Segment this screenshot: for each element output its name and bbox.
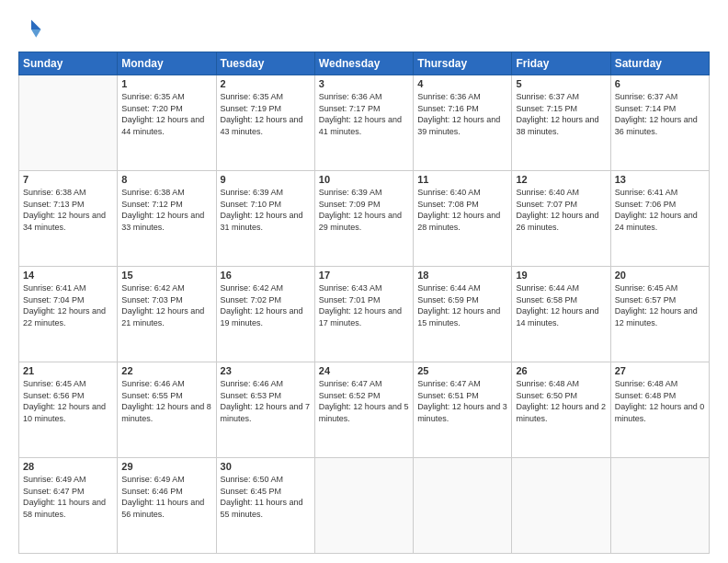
day-number: 13 — [615, 174, 705, 185]
day-number: 15 — [121, 270, 211, 281]
svg-marker-1 — [31, 29, 41, 38]
day-number: 8 — [121, 174, 211, 185]
day-header-monday: Monday — [118, 52, 216, 75]
day-header-thursday: Thursday — [414, 52, 512, 75]
cell-info: Sunrise: 6:41 AMSunset: 7:04 PMDaylight:… — [23, 282, 113, 328]
day-number: 17 — [319, 270, 409, 281]
day-header-tuesday: Tuesday — [216, 52, 314, 75]
header — [18, 17, 710, 42]
cell-info: Sunrise: 6:40 AMSunset: 7:07 PMDaylight:… — [516, 187, 606, 233]
cell-info: Sunrise: 6:47 AMSunset: 6:51 PMDaylight:… — [417, 378, 507, 424]
day-number: 11 — [417, 174, 507, 185]
calendar-week-4: 21Sunrise: 6:45 AMSunset: 6:56 PMDayligh… — [19, 362, 710, 458]
calendar-cell: 18Sunrise: 6:44 AMSunset: 6:59 PMDayligh… — [414, 267, 512, 362]
calendar-cell — [314, 458, 413, 554]
calendar-cell: 29Sunrise: 6:49 AMSunset: 6:46 PMDayligh… — [118, 458, 216, 554]
day-number: 19 — [516, 270, 606, 281]
calendar-cell: 9Sunrise: 6:39 AMSunset: 7:10 PMDaylight… — [216, 171, 314, 267]
calendar-cell: 16Sunrise: 6:42 AMSunset: 7:02 PMDayligh… — [216, 267, 314, 362]
calendar-cell: 20Sunrise: 6:45 AMSunset: 6:57 PMDayligh… — [610, 267, 709, 362]
calendar-cell: 15Sunrise: 6:42 AMSunset: 7:03 PMDayligh… — [118, 267, 216, 362]
day-header-sunday: Sunday — [19, 52, 118, 75]
calendar-cell: 21Sunrise: 6:45 AMSunset: 6:56 PMDayligh… — [19, 362, 118, 458]
cell-info: Sunrise: 6:37 AMSunset: 7:15 PMDaylight:… — [516, 91, 606, 137]
day-number: 28 — [23, 461, 113, 472]
day-number: 3 — [319, 78, 409, 89]
calendar-cell: 8Sunrise: 6:38 AMSunset: 7:12 PMDaylight… — [118, 171, 216, 267]
cell-info: Sunrise: 6:41 AMSunset: 7:06 PMDaylight:… — [615, 187, 705, 233]
day-number: 27 — [615, 365, 705, 376]
cell-info: Sunrise: 6:47 AMSunset: 6:52 PMDaylight:… — [319, 378, 409, 424]
cell-info: Sunrise: 6:40 AMSunset: 7:08 PMDaylight:… — [417, 187, 507, 233]
day-number: 12 — [516, 174, 606, 185]
calendar-week-1: 1Sunrise: 6:35 AMSunset: 7:20 PMDaylight… — [19, 75, 710, 171]
calendar-cell: 10Sunrise: 6:39 AMSunset: 7:09 PMDayligh… — [314, 171, 413, 267]
day-number: 29 — [121, 461, 211, 472]
logo-icon — [18, 17, 44, 42]
cell-info: Sunrise: 6:46 AMSunset: 6:55 PMDaylight:… — [121, 378, 211, 424]
cell-info: Sunrise: 6:46 AMSunset: 6:53 PMDaylight:… — [221, 378, 311, 424]
cell-info: Sunrise: 6:36 AMSunset: 7:16 PMDaylight:… — [417, 91, 507, 137]
cell-info: Sunrise: 6:45 AMSunset: 6:56 PMDaylight:… — [23, 378, 113, 424]
logo — [18, 17, 48, 42]
calendar-cell: 1Sunrise: 6:35 AMSunset: 7:20 PMDaylight… — [118, 75, 216, 171]
calendar-cell — [610, 458, 709, 554]
calendar-cell: 5Sunrise: 6:37 AMSunset: 7:15 PMDaylight… — [512, 75, 610, 171]
calendar-cell: 7Sunrise: 6:38 AMSunset: 7:13 PMDaylight… — [19, 171, 118, 267]
day-number: 30 — [221, 461, 311, 472]
day-number: 10 — [319, 174, 409, 185]
day-number: 26 — [516, 365, 606, 376]
cell-info: Sunrise: 6:37 AMSunset: 7:14 PMDaylight:… — [615, 91, 705, 137]
day-number: 4 — [417, 78, 507, 89]
calendar-header-row: SundayMondayTuesdayWednesdayThursdayFrid… — [19, 52, 710, 75]
cell-info: Sunrise: 6:44 AMSunset: 6:58 PMDaylight:… — [516, 282, 606, 328]
day-header-friday: Friday — [512, 52, 610, 75]
calendar-cell: 4Sunrise: 6:36 AMSunset: 7:16 PMDaylight… — [414, 75, 512, 171]
day-number: 7 — [23, 174, 113, 185]
cell-info: Sunrise: 6:39 AMSunset: 7:09 PMDaylight:… — [319, 187, 409, 233]
calendar-cell: 6Sunrise: 6:37 AMSunset: 7:14 PMDaylight… — [610, 75, 709, 171]
day-number: 18 — [417, 270, 507, 281]
cell-info: Sunrise: 6:36 AMSunset: 7:17 PMDaylight:… — [319, 91, 409, 137]
calendar-cell: 26Sunrise: 6:48 AMSunset: 6:50 PMDayligh… — [512, 362, 610, 458]
day-number: 20 — [615, 270, 705, 281]
day-number: 5 — [516, 78, 606, 89]
cell-info: Sunrise: 6:49 AMSunset: 6:47 PMDaylight:… — [23, 474, 113, 520]
day-number: 22 — [121, 365, 211, 376]
day-number: 21 — [23, 365, 113, 376]
calendar-week-2: 7Sunrise: 6:38 AMSunset: 7:13 PMDaylight… — [19, 171, 710, 267]
day-number: 16 — [221, 270, 311, 281]
calendar-cell: 23Sunrise: 6:46 AMSunset: 6:53 PMDayligh… — [216, 362, 314, 458]
calendar-cell: 28Sunrise: 6:49 AMSunset: 6:47 PMDayligh… — [19, 458, 118, 554]
day-header-wednesday: Wednesday — [314, 52, 413, 75]
svg-marker-0 — [31, 20, 41, 30]
cell-info: Sunrise: 6:38 AMSunset: 7:12 PMDaylight:… — [121, 187, 211, 233]
cell-info: Sunrise: 6:50 AMSunset: 6:45 PMDaylight:… — [221, 474, 311, 520]
cell-info: Sunrise: 6:44 AMSunset: 6:59 PMDaylight:… — [417, 282, 507, 328]
day-number: 6 — [615, 78, 705, 89]
day-number: 9 — [221, 174, 311, 185]
calendar-cell — [414, 458, 512, 554]
day-header-saturday: Saturday — [610, 52, 709, 75]
day-number: 1 — [121, 78, 211, 89]
cell-info: Sunrise: 6:35 AMSunset: 7:20 PMDaylight:… — [121, 91, 211, 137]
calendar-cell: 22Sunrise: 6:46 AMSunset: 6:55 PMDayligh… — [118, 362, 216, 458]
calendar-cell: 27Sunrise: 6:48 AMSunset: 6:48 PMDayligh… — [610, 362, 709, 458]
cell-info: Sunrise: 6:42 AMSunset: 7:02 PMDaylight:… — [221, 282, 311, 328]
day-number: 2 — [221, 78, 311, 89]
calendar-cell: 19Sunrise: 6:44 AMSunset: 6:58 PMDayligh… — [512, 267, 610, 362]
calendar-cell: 11Sunrise: 6:40 AMSunset: 7:08 PMDayligh… — [414, 171, 512, 267]
calendar-cell: 2Sunrise: 6:35 AMSunset: 7:19 PMDaylight… — [216, 75, 314, 171]
cell-info: Sunrise: 6:35 AMSunset: 7:19 PMDaylight:… — [221, 91, 311, 137]
cell-info: Sunrise: 6:49 AMSunset: 6:46 PMDaylight:… — [121, 474, 211, 520]
calendar-cell: 30Sunrise: 6:50 AMSunset: 6:45 PMDayligh… — [216, 458, 314, 554]
cell-info: Sunrise: 6:42 AMSunset: 7:03 PMDaylight:… — [121, 282, 211, 328]
cell-info: Sunrise: 6:43 AMSunset: 7:01 PMDaylight:… — [319, 282, 409, 328]
cell-info: Sunrise: 6:38 AMSunset: 7:13 PMDaylight:… — [23, 187, 113, 233]
day-number: 25 — [417, 365, 507, 376]
cell-info: Sunrise: 6:45 AMSunset: 6:57 PMDaylight:… — [615, 282, 705, 328]
day-number: 14 — [23, 270, 113, 281]
calendar-cell: 13Sunrise: 6:41 AMSunset: 7:06 PMDayligh… — [610, 171, 709, 267]
page: SundayMondayTuesdayWednesdayThursdayFrid… — [0, 0, 728, 563]
calendar-cell: 3Sunrise: 6:36 AMSunset: 7:17 PMDaylight… — [314, 75, 413, 171]
